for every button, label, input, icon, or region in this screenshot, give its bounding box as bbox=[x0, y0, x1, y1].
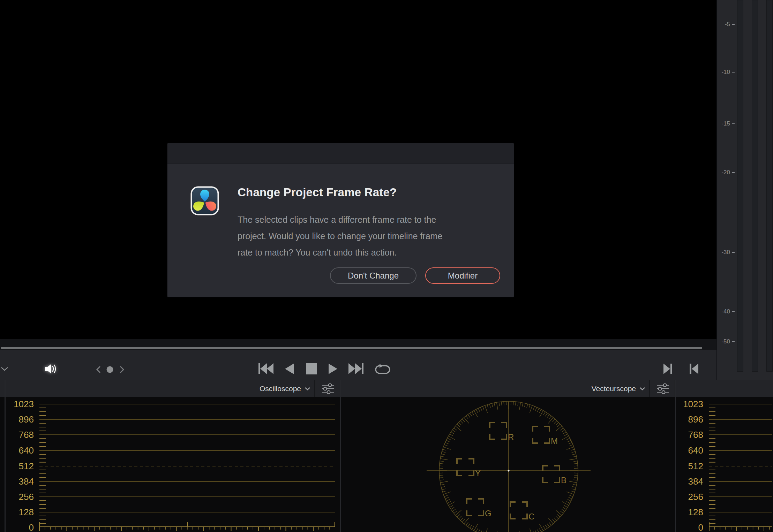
vectorscope-target-r: R bbox=[490, 423, 514, 442]
audio-meter-channel bbox=[737, 0, 743, 372]
svg-text:640: 640 bbox=[19, 445, 34, 456]
previous-frame-button[interactable] bbox=[95, 365, 102, 374]
svg-text:Y: Y bbox=[475, 469, 481, 478]
skip-to-start-icon bbox=[258, 363, 273, 374]
meter-scale-label: -50 bbox=[717, 338, 730, 345]
svg-text:768: 768 bbox=[19, 430, 34, 440]
chevron-right-icon bbox=[119, 365, 125, 374]
meter-scale-tick bbox=[732, 172, 735, 173]
vectorscope-target-c: C bbox=[510, 502, 534, 521]
meter-scale-tick bbox=[732, 341, 735, 342]
viewer-options-chevron-button[interactable] bbox=[0, 366, 9, 372]
vectorscope-title: Vecteurscope bbox=[592, 385, 636, 393]
skip-to-end-icon bbox=[348, 363, 363, 374]
vectorscope-dropdown[interactable]: Vecteurscope bbox=[562, 384, 645, 393]
vectorscope-target-b: B bbox=[543, 466, 566, 485]
meter-scale-label: -10 bbox=[717, 69, 730, 76]
skip-to-end-button[interactable] bbox=[348, 363, 363, 374]
viewer-bottom-strip bbox=[0, 339, 716, 350]
previous-marker-icon bbox=[689, 364, 698, 374]
svg-text:768: 768 bbox=[688, 430, 703, 440]
svg-text:C: C bbox=[528, 512, 534, 521]
svg-text:512: 512 bbox=[19, 461, 34, 471]
play-button[interactable] bbox=[329, 364, 338, 374]
vectorscope-target-g: G bbox=[467, 499, 491, 518]
mute-audio-button[interactable] bbox=[45, 363, 59, 375]
svg-text:384: 384 bbox=[688, 476, 703, 487]
svg-text:1023: 1023 bbox=[683, 399, 703, 409]
current-frame-indicator[interactable] bbox=[106, 366, 114, 373]
chevron-down-icon bbox=[0, 366, 9, 372]
vectorscope-target-y: Y bbox=[457, 459, 481, 478]
header-separator bbox=[649, 380, 650, 397]
vectorscope-settings-button[interactable] bbox=[656, 382, 670, 395]
previous-marker-button[interactable] bbox=[689, 364, 698, 374]
meter-scale-label: -40 bbox=[717, 308, 730, 315]
audio-meter-channel bbox=[752, 0, 758, 372]
header-separator bbox=[314, 380, 315, 397]
oscilloscope-dropdown[interactable]: Oscilloscope bbox=[241, 384, 310, 393]
meter-scale-label: -30 bbox=[717, 249, 730, 256]
panel-separator bbox=[5, 380, 6, 532]
stop-button[interactable] bbox=[306, 363, 317, 374]
horizontal-scrollbar-thumb[interactable] bbox=[1, 347, 702, 349]
svg-text:256: 256 bbox=[688, 492, 703, 502]
panel-separator bbox=[340, 380, 341, 532]
transport-bar bbox=[0, 350, 716, 380]
chevron-down-icon bbox=[639, 384, 645, 392]
svg-text:0: 0 bbox=[29, 522, 34, 532]
play-reverse-icon bbox=[285, 364, 294, 374]
frame-dot-icon bbox=[106, 366, 114, 373]
skip-to-start-button[interactable] bbox=[258, 363, 273, 374]
audio-meter-panel: -5-10-15-20-30-40-50 bbox=[716, 0, 773, 381]
svg-text:0: 0 bbox=[698, 522, 703, 532]
vectorscope-graticule: RMYBGC bbox=[427, 401, 591, 532]
svg-text:896: 896 bbox=[688, 414, 703, 425]
davinci-resolve-window: { "dialog": { "title": "Change Project F… bbox=[0, 0, 773, 532]
meter-scale-tick bbox=[732, 24, 735, 25]
svg-text:B: B bbox=[561, 476, 566, 485]
dialog-title: Change Project Frame Rate? bbox=[238, 186, 397, 199]
svg-text:384: 384 bbox=[19, 476, 34, 487]
svg-text:512: 512 bbox=[688, 461, 703, 471]
oscilloscope-settings-button[interactable] bbox=[321, 382, 335, 395]
panel-separator bbox=[675, 380, 676, 532]
loop-playback-button[interactable] bbox=[375, 364, 391, 375]
meter-scale-label: -15 bbox=[717, 120, 730, 127]
scopes-graticule-layer: 1023896768640512384256128010238967686405… bbox=[0, 397, 773, 532]
volume-icon bbox=[45, 363, 59, 375]
meter-scale-tick bbox=[732, 123, 735, 124]
dialog-titlebar[interactable] bbox=[167, 143, 514, 164]
svg-text:R: R bbox=[508, 432, 514, 442]
play-icon bbox=[329, 364, 338, 374]
modifier-button[interactable]: Modifier bbox=[425, 267, 500, 284]
stop-icon bbox=[306, 363, 317, 374]
meter-scale-label: -5 bbox=[717, 21, 730, 28]
svg-text:896: 896 bbox=[19, 414, 34, 425]
oscilloscope-title: Oscilloscope bbox=[260, 385, 301, 393]
meter-scale-tick bbox=[732, 252, 735, 253]
right-oscilloscope-graticule: 10238967686405123842561280 bbox=[683, 399, 772, 532]
meter-scale-label: -20 bbox=[717, 169, 730, 176]
svg-text:1023: 1023 bbox=[14, 399, 34, 409]
svg-text:128: 128 bbox=[19, 507, 34, 517]
vectorscope-target-m: M bbox=[533, 426, 558, 446]
chevron-down-icon bbox=[305, 384, 310, 392]
svg-text:256: 256 bbox=[19, 492, 34, 502]
oscilloscope-graticule: 10238967686405123842561280 bbox=[14, 399, 335, 532]
change-frame-rate-dialog: Change Project Frame Rate? The selected … bbox=[167, 143, 514, 297]
next-marker-button[interactable] bbox=[663, 364, 673, 374]
meter-scale-tick bbox=[732, 311, 735, 312]
settings-sliders-icon bbox=[656, 382, 670, 395]
svg-text:G: G bbox=[485, 509, 491, 518]
svg-text:128: 128 bbox=[688, 507, 703, 517]
play-reverse-button[interactable] bbox=[285, 364, 294, 374]
chevron-left-icon bbox=[95, 365, 102, 374]
dont-change-button[interactable]: Don't Change bbox=[330, 267, 416, 284]
next-frame-button[interactable] bbox=[119, 365, 125, 374]
settings-sliders-icon bbox=[321, 382, 335, 395]
svg-text:640: 640 bbox=[688, 445, 703, 456]
davinci-resolve-logo bbox=[190, 186, 219, 215]
audio-meter-channel bbox=[766, 0, 773, 372]
meter-scale-tick bbox=[732, 72, 735, 73]
